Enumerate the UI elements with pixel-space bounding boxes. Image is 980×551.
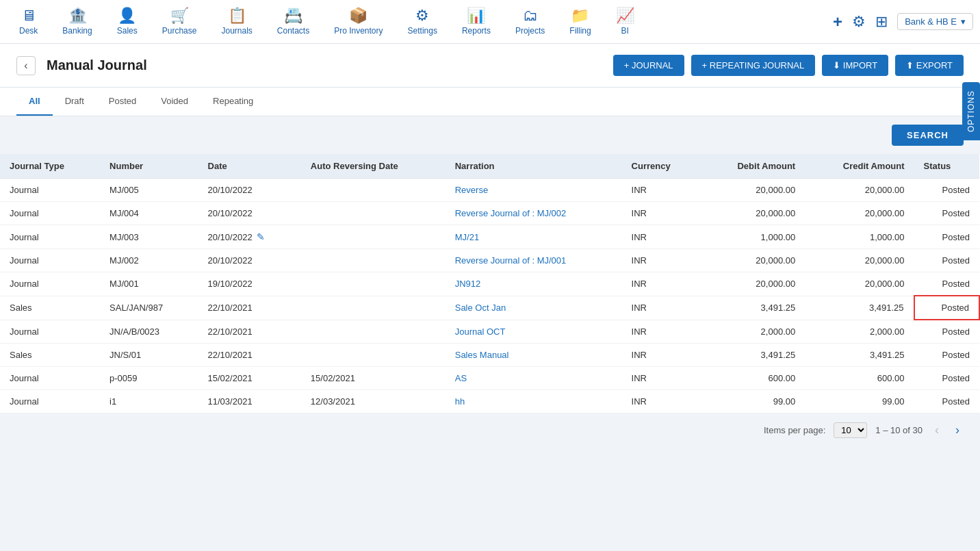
col-credit-amount: Credit Amount: [805, 154, 914, 179]
narration-link[interactable]: JN912: [455, 279, 481, 289]
cell-journal-type: Journal: [0, 367, 100, 390]
nav-item-bi[interactable]: 📈 BI: [604, 4, 647, 40]
tab-repeating[interactable]: Repeating: [201, 88, 266, 116]
narration-link[interactable]: AS: [455, 373, 467, 383]
cell-credit-amount: 1,000.00: [805, 225, 914, 249]
nav-item-purchase[interactable]: 🛒 Purchase: [150, 4, 209, 40]
cell-narration[interactable]: Reverse: [446, 179, 622, 202]
table-row[interactable]: Journal i1 11/03/2021 12/03/2021 hh INR …: [0, 390, 979, 413]
nav-item-desk[interactable]: 🖥 Desk: [7, 4, 50, 40]
nav-item-projects[interactable]: 🗂 Projects: [503, 4, 557, 40]
nav-label-bi: BI: [621, 26, 628, 36]
settings-icon: ⚙: [415, 8, 429, 23]
repeating-journal-button-label: + REPEATING JOURNAL: [702, 60, 805, 71]
cell-auto-reversing-date: [301, 296, 446, 320]
projects-icon: 🗂: [523, 8, 538, 23]
grid-icon[interactable]: ⊞: [875, 13, 888, 31]
col-narration: Narration: [446, 154, 622, 179]
narration-link[interactable]: Reverse Journal of : MJ/002: [455, 208, 567, 218]
cell-credit-amount: 99.00: [805, 390, 914, 413]
purchase-icon: 🛒: [170, 8, 189, 23]
user-menu-button[interactable]: Bank & HB E ▾: [897, 13, 973, 30]
cell-currency: INR: [622, 367, 701, 390]
export-button[interactable]: ⬆ EXPORT: [895, 55, 964, 76]
cell-narration[interactable]: MJ/21: [446, 225, 622, 249]
cell-credit-amount: 20,000.00: [805, 179, 914, 202]
narration-link[interactable]: Sale Oct Jan: [455, 303, 506, 313]
col-auto-reversing-date: Auto Reversing Date: [301, 154, 446, 179]
table-row[interactable]: Journal JN/A/B/0023 22/10/2021 Journal O…: [0, 320, 979, 344]
nav-item-journals[interactable]: 📋 Journals: [209, 4, 264, 40]
cell-number: MJ/005: [100, 179, 198, 202]
tab-all[interactable]: All: [16, 88, 53, 116]
cell-debit-amount: 3,491.25: [701, 344, 805, 367]
col-date: Date: [198, 154, 301, 179]
desk-icon: 🖥: [21, 8, 36, 23]
tab-voided[interactable]: Voided: [149, 88, 201, 116]
nav-item-filling[interactable]: 📁 Filling: [557, 4, 603, 40]
cell-narration[interactable]: Reverse Journal of : MJ/001: [446, 249, 622, 272]
cell-auto-reversing-date: [301, 249, 446, 272]
narration-link[interactable]: hh: [455, 396, 465, 407]
cell-debit-amount: 20,000.00: [701, 249, 805, 272]
cell-status: Posted: [914, 367, 979, 390]
table-row[interactable]: Journal MJ/004 20/10/2022 Reverse Journa…: [0, 202, 979, 225]
table-row[interactable]: Journal MJ/005 20/10/2022 Reverse INR 20…: [0, 179, 979, 202]
cell-status: Posted: [914, 296, 979, 320]
options-tab[interactable]: OPTIONS: [962, 82, 980, 140]
repeating-journal-button[interactable]: + REPEATING JOURNAL: [691, 55, 816, 76]
cell-date: 22/10/2021: [198, 344, 301, 367]
cell-auto-reversing-date: 15/02/2021: [301, 367, 446, 390]
table-row[interactable]: Journal MJ/003 20/10/2022✎ MJ/21 INR 1,0…: [0, 225, 979, 249]
tab-draft[interactable]: Draft: [53, 88, 96, 116]
table-row[interactable]: Sales SAL/JAN/987 22/10/2021 Sale Oct Ja…: [0, 296, 979, 320]
import-button[interactable]: ⬇ IMPORT: [822, 55, 888, 76]
prev-page-button[interactable]: ‹: [931, 422, 943, 439]
nav-right: + ⚙ ⊞ Bank & HB E ▾: [833, 12, 973, 31]
table-row[interactable]: Journal MJ/002 20/10/2022 Reverse Journa…: [0, 249, 979, 272]
table-row[interactable]: Journal MJ/001 19/10/2022 JN912 INR 20,0…: [0, 272, 979, 296]
edit-icon[interactable]: ✎: [257, 231, 265, 242]
cell-narration[interactable]: Sale Oct Jan: [446, 296, 622, 320]
cell-narration[interactable]: hh: [446, 390, 622, 413]
nav-item-contacts[interactable]: 📇 Contacts: [265, 4, 322, 40]
table-row[interactable]: Sales JN/S/01 22/10/2021 Sales Manual IN…: [0, 344, 979, 367]
back-button[interactable]: ‹: [16, 56, 36, 75]
cell-credit-amount: 20,000.00: [805, 249, 914, 272]
narration-link[interactable]: MJ/21: [455, 232, 479, 242]
cell-narration[interactable]: Journal OCT: [446, 320, 622, 344]
nav-label-settings: Settings: [408, 26, 437, 36]
journals-icon: 📋: [228, 8, 246, 23]
cell-credit-amount: 3,491.25: [805, 296, 914, 320]
nav-item-banking[interactable]: 🏦 Banking: [50, 4, 104, 40]
cell-journal-type: Journal: [0, 272, 100, 296]
search-button[interactable]: SEARCH: [892, 125, 964, 146]
nav-item-settings[interactable]: ⚙ Settings: [396, 4, 450, 40]
narration-link[interactable]: Reverse Journal of : MJ/001: [455, 255, 567, 266]
cell-narration[interactable]: JN912: [446, 272, 622, 296]
nav-item-reports[interactable]: 📊 Reports: [450, 4, 503, 40]
gear-icon[interactable]: ⚙: [852, 13, 866, 31]
cell-journal-type: Journal: [0, 179, 100, 202]
cell-journal-type: Sales: [0, 296, 100, 320]
table-row[interactable]: Journal p-0059 15/02/2021 15/02/2021 AS …: [0, 367, 979, 390]
cell-date: 11/03/2021: [198, 390, 301, 413]
narration-link[interactable]: Journal OCT: [455, 326, 506, 337]
nav-item-pro-inventory[interactable]: 📦 Pro Inventory: [322, 4, 395, 40]
items-per-page-select[interactable]: 10 25 50: [834, 422, 867, 438]
nav-label-pro-inventory: Pro Inventory: [334, 26, 383, 36]
chevron-down-icon: ▾: [961, 16, 966, 27]
cell-narration[interactable]: AS: [446, 367, 622, 390]
add-button[interactable]: +: [833, 12, 842, 31]
cell-narration[interactable]: Sales Manual: [446, 344, 622, 367]
nav-item-sales[interactable]: 👤 Sales: [105, 4, 150, 40]
next-page-button[interactable]: ›: [951, 422, 964, 439]
cell-narration[interactable]: Reverse Journal of : MJ/002: [446, 202, 622, 225]
cell-debit-amount: 600.00: [701, 367, 805, 390]
tab-posted[interactable]: Posted: [96, 88, 149, 116]
nav-label-journals: Journals: [221, 26, 252, 36]
narration-link[interactable]: Reverse: [455, 185, 488, 195]
journal-button[interactable]: + JOURNAL: [613, 55, 684, 76]
cell-credit-amount: 2,000.00: [805, 320, 914, 344]
narration-link[interactable]: Sales Manual: [455, 350, 509, 360]
